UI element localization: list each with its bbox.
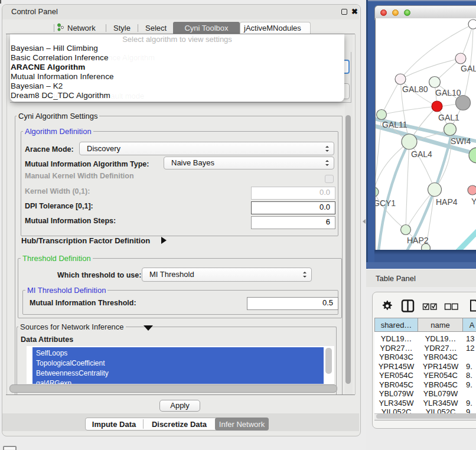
svg-text:GAL80: GAL80 [402, 84, 428, 94]
svg-text:SWI4: SWI4 [451, 136, 471, 146]
svg-text:GAL11: GAL11 [382, 120, 407, 129]
svg-text:GAL10: GAL10 [435, 88, 461, 97]
svg-text:HAP2: HAP2 [407, 236, 429, 245]
svg-text:GAL1: GAL1 [438, 113, 459, 122]
svg-text:YJ: YJ [471, 197, 476, 206]
svg-text:GCY1: GCY1 [376, 198, 396, 208]
svg-text:HAP4: HAP4 [436, 197, 458, 207]
svg-text:GAL4: GAL4 [411, 149, 432, 159]
svg-text:GAL7: GAL7 [461, 64, 476, 73]
